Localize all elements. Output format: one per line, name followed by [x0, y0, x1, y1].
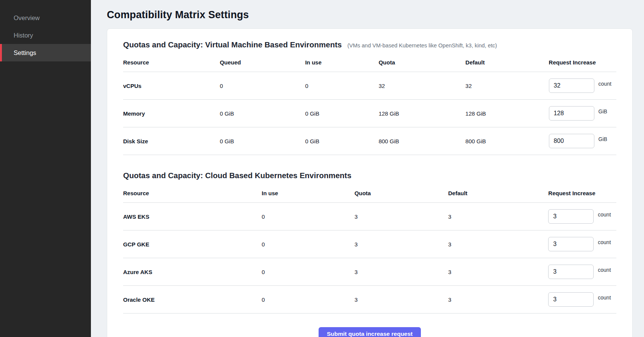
in-use-cell: 0	[262, 296, 355, 303]
unit-label: count	[598, 267, 611, 273]
vm-section-title: Quotas and Capacity: Virtual Machine Bas…	[123, 40, 616, 49]
sidebar-item-settings[interactable]: Settings	[0, 44, 91, 61]
table-row-azure-aks: Azure AKS 0 3 3 count	[123, 258, 616, 286]
queued-cell: 0	[220, 83, 305, 89]
unit-label: count	[599, 81, 611, 87]
in-use-cell: 0	[262, 241, 355, 248]
quota-cell: 32	[378, 83, 465, 89]
request-increase-cell: count	[548, 237, 616, 251]
table-row-disk-size: Disk Size 0 GiB 0 GiB 800 GiB 800 GiB Gi…	[123, 127, 616, 155]
vm-section-title-text: Quotas and Capacity: Virtual Machine Bas…	[123, 40, 342, 49]
resource-cell: vCPUs	[123, 83, 220, 89]
default-cell: 32	[466, 83, 549, 89]
column-header-in-use: In use	[262, 190, 355, 196]
queued-cell: 0 GiB	[220, 110, 305, 117]
column-header-default: Default	[466, 59, 549, 66]
column-header-resource: Resource	[123, 190, 262, 196]
column-header-quota: Quota	[378, 59, 465, 66]
column-header-resource: Resource	[123, 59, 220, 66]
request-increase-cell: count	[548, 209, 616, 224]
unit-label: count	[598, 239, 611, 245]
request-increase-cell: count	[549, 78, 616, 93]
default-cell: 3	[448, 269, 548, 275]
queued-cell: 0 GiB	[220, 138, 305, 144]
default-cell: 3	[448, 241, 548, 248]
request-increase-cell: count	[548, 292, 616, 307]
settings-card: Quotas and Capacity: Virtual Machine Bas…	[107, 28, 633, 337]
quota-cell: 128 GiB	[378, 110, 465, 117]
unit-label: count	[598, 295, 611, 301]
cloud-table-header-row: Resource In use Quota Default Request In…	[123, 182, 616, 203]
quota-cell: 3	[355, 269, 448, 275]
page-title: Compatibility Matrix Settings	[107, 9, 633, 21]
unit-label: GiB	[599, 108, 607, 114]
memory-request-input[interactable]	[549, 106, 594, 121]
sidebar-item-label: Overview	[14, 14, 40, 22]
column-header-request-increase: Request Increase	[548, 190, 616, 196]
vcpus-request-input[interactable]	[549, 78, 594, 93]
quota-cell: 800 GiB	[378, 138, 465, 144]
column-header-default: Default	[448, 190, 548, 196]
in-use-cell: 0	[262, 213, 355, 220]
submit-row: Submit quota increase request	[123, 313, 616, 337]
in-use-cell: 0	[305, 83, 378, 89]
table-row-aws-eks: AWS EKS 0 3 3 count	[123, 203, 616, 230]
app-window: Overview History Settings Compatibility …	[0, 0, 644, 337]
quota-cell: 3	[355, 241, 448, 248]
resource-cell: Disk Size	[123, 138, 220, 144]
resource-cell: Oracle OKE	[123, 296, 262, 303]
in-use-cell: 0 GiB	[305, 138, 378, 144]
resource-cell: AWS EKS	[123, 213, 262, 220]
sidebar-item-overview[interactable]: Overview	[0, 9, 91, 27]
unit-label: GiB	[599, 136, 607, 142]
cloud-quota-table: Resource In use Quota Default Request In…	[123, 182, 616, 313]
aws-eks-request-input[interactable]	[548, 209, 594, 224]
vm-table-header-row: Resource Queued In use Quota Default Req…	[123, 52, 616, 72]
column-header-in-use: In use	[305, 59, 378, 66]
cloud-section-title-text: Quotas and Capacity: Cloud Based Kuberne…	[123, 171, 352, 180]
unit-label: count	[598, 212, 611, 218]
table-row-gcp-gke: GCP GKE 0 3 3 count	[123, 230, 616, 258]
cloud-section-title: Quotas and Capacity: Cloud Based Kuberne…	[123, 171, 616, 180]
sidebar-item-label: Settings	[14, 49, 36, 56]
resource-cell: GCP GKE	[123, 241, 262, 248]
azure-aks-request-input[interactable]	[548, 265, 594, 279]
column-header-quota: Quota	[355, 190, 448, 196]
resource-cell: Memory	[123, 110, 220, 117]
table-row-oracle-oke: Oracle OKE 0 3 3 count	[123, 286, 616, 313]
vm-section-subtitle: (VMs and VM-based Kubernetes like OpenSh…	[347, 42, 497, 49]
sidebar-item-history[interactable]: History	[0, 27, 91, 44]
default-cell: 3	[448, 213, 548, 220]
disk-size-request-input[interactable]	[549, 134, 594, 148]
quota-cell: 3	[355, 296, 448, 303]
request-increase-cell: GiB	[549, 134, 616, 148]
in-use-cell: 0 GiB	[305, 110, 378, 117]
column-header-request-increase: Request Increase	[549, 59, 616, 66]
oracle-oke-request-input[interactable]	[548, 292, 594, 307]
default-cell: 128 GiB	[466, 110, 549, 117]
table-row-memory: Memory 0 GiB 0 GiB 128 GiB 128 GiB GiB	[123, 100, 616, 127]
default-cell: 3	[448, 296, 548, 303]
in-use-cell: 0	[262, 269, 355, 275]
main-content: Compatibility Matrix Settings Quotas and…	[91, 0, 644, 337]
sidebar: Overview History Settings	[0, 0, 91, 337]
resource-cell: Azure AKS	[123, 269, 262, 275]
request-increase-cell: GiB	[549, 106, 616, 121]
default-cell: 800 GiB	[466, 138, 549, 144]
submit-quota-button[interactable]: Submit quota increase request	[319, 327, 421, 337]
vm-quota-table: Resource Queued In use Quota Default Req…	[123, 52, 616, 155]
table-row-vcpus: vCPUs 0 0 32 32 count	[123, 72, 616, 100]
request-increase-cell: count	[548, 265, 616, 279]
gcp-gke-request-input[interactable]	[548, 237, 594, 251]
sidebar-item-label: History	[14, 32, 33, 39]
quota-cell: 3	[355, 213, 448, 220]
column-header-queued: Queued	[220, 59, 305, 66]
